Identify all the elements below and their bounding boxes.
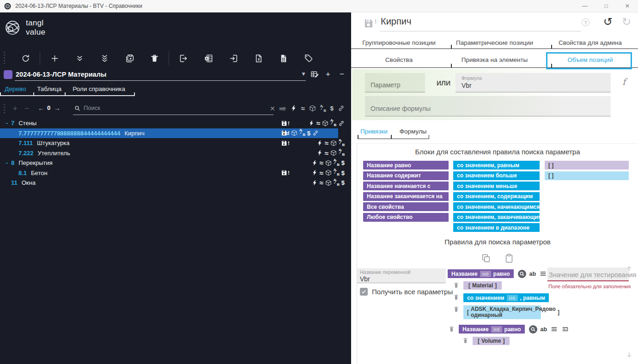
export-icon[interactable] [178, 53, 189, 64]
tree-row[interactable]: 7.111Штукатурка!≈A∕B [0, 138, 351, 148]
argument-chip[interactable]: [ADSK_Кладка_Кирпич_Рядово одинарный] [463, 305, 541, 319]
tree-row[interactable]: 11Окна≈A∕B$ [0, 178, 351, 188]
search-parameter-icon[interactable] [529, 325, 537, 334]
save-all-icon[interactable] [124, 53, 135, 64]
tab-position-volume[interactable]: Объем позиций [542, 52, 638, 67]
name-block-chip[interactable]: Название равно [363, 161, 449, 170]
tree-row[interactable]: 8.1Бетон!≈A∕B$ [0, 168, 351, 178]
rule1-name-chip[interactable]: Название не равно [448, 269, 514, 278]
filter-lightning-icon[interactable] [290, 105, 297, 112]
expander-icon[interactable]: - [4, 120, 10, 127]
delete-item-icon[interactable] [452, 305, 460, 313]
zoom-in-button[interactable]: + [13, 104, 17, 113]
formula-input[interactable]: Формула Vbr [456, 73, 611, 92]
value-block-chip[interactable]: со значением, заканчивающимся на [453, 213, 540, 222]
name-block-chip[interactable]: Любое свойство [363, 213, 449, 222]
value-block-chip[interactable]: со значением, начинающимся на [453, 202, 540, 211]
edit-reference-icon[interactable] [310, 70, 319, 79]
next-result-icon[interactable]: → [54, 104, 61, 112]
list-icon[interactable] [550, 325, 558, 333]
value-block-chip[interactable]: со значением меньше [453, 182, 540, 190]
toolbar-drag-handle[interactable] [4, 52, 5, 66]
variable-name-input[interactable]: Название переменной Vbr [357, 268, 446, 283]
tab-parametric-positions[interactable]: Параметрические позиции [447, 36, 542, 49]
reference-color-swatch[interactable] [4, 70, 12, 79]
not-toggle[interactable]: не [480, 271, 491, 277]
expand-all-icon[interactable] [74, 53, 85, 64]
name-block-chip[interactable]: Название заканчивается на [363, 192, 449, 201]
prev-result-icon[interactable]: ← [38, 104, 44, 112]
tab-tree[interactable]: Дерево [5, 85, 26, 96]
case-sensitive-icon[interactable]: ab [529, 271, 536, 277]
import-icon[interactable] [228, 53, 239, 64]
page-title[interactable]: Кирпич [381, 16, 411, 27]
filter-cube-icon[interactable] [309, 105, 316, 112]
tree-row[interactable]: -7Стены!≈A∕B [0, 118, 351, 128]
tree-row[interactable]: -8Перекрытия≈A∕B$ [0, 158, 351, 168]
tab-bindings[interactable]: Привязки [360, 128, 388, 135]
argument-chip[interactable]: [Volume] [473, 337, 510, 345]
filter-not-icon[interactable]: не [280, 105, 286, 112]
case-sensitive-icon[interactable]: ab [541, 326, 547, 333]
tag-icon[interactable] [303, 53, 314, 64]
delete-item-icon[interactable] [452, 293, 460, 301]
search-input[interactable]: Поиск [84, 104, 100, 111]
argument-block-chip[interactable]: [ ] [545, 171, 629, 180]
redo-icon[interactable]: ↻ [622, 15, 631, 28]
outdent-icon[interactable] [561, 325, 569, 333]
refresh-icon[interactable] [20, 53, 31, 64]
scroll-down-icon[interactable] [625, 351, 633, 359]
expander-icon[interactable]: - [4, 159, 10, 166]
excel-export-icon[interactable]: x [203, 53, 214, 64]
undo-icon[interactable]: ↺ [603, 15, 613, 28]
delete-icon[interactable] [149, 53, 160, 64]
argument-chip[interactable]: [Material] [463, 281, 502, 290]
name-block-chip[interactable]: Название содержит [363, 171, 449, 180]
name-block-chip[interactable]: Все свойства [363, 202, 449, 211]
maximize-button[interactable]: □ [595, 0, 617, 12]
paste-rules-icon[interactable] [504, 253, 514, 263]
get-all-parameters-checkbox[interactable]: Получить все параметры [360, 288, 453, 296]
add-icon[interactable] [49, 53, 60, 64]
tab-grouping-positions[interactable]: Группировочные позиции [351, 36, 447, 49]
tab-properties[interactable]: Свойства [351, 52, 447, 67]
search-drag-handle[interactable] [4, 104, 5, 114]
collapse-all-icon[interactable] [99, 53, 110, 64]
tab-admin-properties[interactable]: Свойства для админа [542, 36, 638, 49]
filter-dollar-icon[interactable]: $ [330, 105, 334, 112]
argument-block-chip[interactable]: [ ] [545, 161, 629, 170]
tab-element-binding[interactable]: Привязка на элементы [447, 52, 542, 67]
name-block-chip[interactable]: Название начинается с [363, 182, 449, 190]
tree-row[interactable]: 7.77777777778888888844444444444Кирпич!≈A… [0, 128, 338, 139]
delete-rule-icon[interactable] [448, 325, 456, 333]
minimize-button[interactable]: — [574, 0, 595, 12]
report-file-icon[interactable] [278, 53, 289, 64]
list-icon[interactable] [539, 270, 547, 278]
tree-row[interactable]: 7.222Утеплитель≈A∕B [0, 148, 351, 158]
value-block-chip[interactable]: со значением, равным [453, 161, 540, 170]
not-toggle[interactable]: не [491, 326, 502, 333]
filter-link-icon[interactable] [338, 105, 345, 112]
value-block-chip[interactable]: со значением, содержащим [453, 192, 540, 201]
filter-approx-icon[interactable]: ≈ [301, 104, 305, 112]
search-parameter-icon[interactable] [518, 270, 526, 278]
filter-clear-icon[interactable]: ✕ [270, 105, 275, 112]
help-icon[interactable]: ? [582, 18, 589, 26]
close-button[interactable]: ✕ [617, 0, 638, 12]
remove-node-button[interactable]: − [340, 70, 349, 79]
test-value-input[interactable]: Значение для тестирования [547, 267, 629, 281]
reference-dropdown-caret-icon[interactable]: ▼ [301, 71, 306, 77]
copy-rules-icon[interactable] [481, 253, 491, 263]
filter-ab-icon[interactable]: A∕B [320, 105, 326, 112]
excel-file-icon[interactable]: x [253, 53, 264, 64]
function-icon[interactable]: f [622, 77, 626, 87]
value-condition-chip[interactable]: со значениемне, равным [463, 293, 549, 302]
scroll-up-icon[interactable] [625, 265, 633, 273]
zoom-out-button[interactable]: − [24, 104, 29, 113]
rule2-name-chip[interactable]: Название не равно [459, 325, 525, 334]
value-block-chip[interactable]: со значением в диапазоне [453, 223, 540, 232]
tab-formulas[interactable]: Формулы [400, 128, 427, 135]
formula-description-input[interactable]: Описание формулы [365, 96, 611, 116]
tab-roles[interactable]: Роли справочника [73, 85, 125, 96]
reference-name[interactable]: 2024-06-13-ЛСР Материалы [16, 71, 106, 78]
